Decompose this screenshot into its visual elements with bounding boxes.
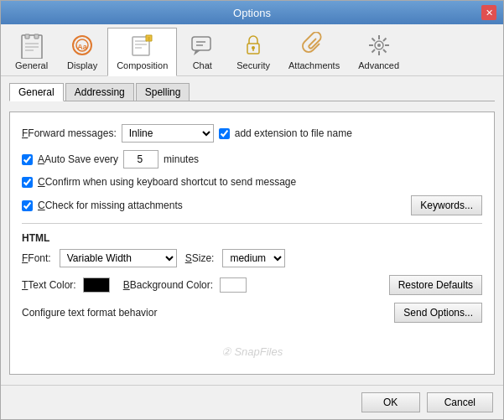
svg-line-30 xyxy=(372,49,375,53)
configure-label: Configure text format behavior xyxy=(22,307,157,319)
main-content: General Addressing Spelling FForward mes… xyxy=(1,76,503,385)
forward-messages-row: FForward messages: Inline As Attachment … xyxy=(22,124,482,143)
toolbar-display-label: Display xyxy=(67,60,97,70)
forward-messages-label: FForward messages: xyxy=(22,127,117,139)
toolbar-item-composition[interactable]: Composition xyxy=(107,28,177,76)
security-icon xyxy=(240,32,267,59)
auto-save-label: AAuto Save every xyxy=(38,153,118,165)
general-icon xyxy=(18,32,45,59)
toolbar-item-display[interactable]: Aa Display xyxy=(57,28,107,75)
ok-button[interactable]: OK xyxy=(361,392,420,412)
size-select[interactable]: small medium large x-large xyxy=(222,249,285,267)
forward-messages-select[interactable]: Inline As Attachment As Quoted xyxy=(122,124,214,143)
watermark: ② SnapFiles xyxy=(22,330,482,362)
footer: OK Cancel xyxy=(1,385,503,419)
close-button[interactable]: ✕ xyxy=(481,5,496,20)
auto-save-unit: minutes xyxy=(164,153,199,165)
toolbar-general-label: General xyxy=(15,60,48,70)
keywords-button[interactable]: Keywords... xyxy=(411,195,482,215)
toolbar-security-label: Security xyxy=(236,60,270,70)
check-attachments-label: CCheck for missing attachments xyxy=(38,200,183,211)
divider xyxy=(22,223,482,224)
tab-addressing[interactable]: Addressing xyxy=(65,83,134,101)
toolbar-item-security[interactable]: Security xyxy=(227,28,279,75)
attachments-icon xyxy=(301,32,328,59)
toolbar: General Aa Display xyxy=(1,24,503,76)
cancel-button[interactable]: Cancel xyxy=(427,392,493,412)
font-select[interactable]: Variable Width Fixed Width Arial xyxy=(60,249,177,267)
toolbar-chat-label: Chat xyxy=(193,60,212,70)
window-title: Options xyxy=(23,7,481,19)
bg-color-swatch[interactable] xyxy=(220,277,247,293)
font-row: FFont: Variable Width Fixed Width Arial … xyxy=(22,249,482,267)
html-section-label: HTML xyxy=(22,232,482,244)
configure-row: Configure text format behavior Send Opti… xyxy=(22,303,482,323)
auto-save-row: AAuto Save every minutes xyxy=(22,150,482,169)
tab-panel-general: FForward messages: Inline As Attachment … xyxy=(9,111,495,375)
svg-rect-2 xyxy=(34,34,39,39)
confirm-row: CConfirm when using keyboard shortcut to… xyxy=(22,176,482,188)
toolbar-item-advanced[interactable]: Advanced xyxy=(349,28,408,75)
svg-line-29 xyxy=(383,39,387,42)
toolbar-advanced-label: Advanced xyxy=(358,60,399,70)
toolbar-item-chat[interactable]: Chat xyxy=(177,28,227,75)
svg-rect-15 xyxy=(192,37,210,50)
auto-save-input[interactable] xyxy=(123,150,158,169)
text-color-swatch[interactable] xyxy=(83,277,110,293)
send-options-button[interactable]: Send Options... xyxy=(394,303,482,323)
bg-color-label: BBackground Color: xyxy=(123,279,213,291)
svg-line-28 xyxy=(383,49,387,53)
display-icon: Aa xyxy=(69,32,96,59)
toolbar-item-attachments[interactable]: Attachments xyxy=(279,28,349,75)
toolbar-attachments-label: Attachments xyxy=(288,60,340,70)
tabs-bar: General Addressing Spelling xyxy=(9,83,495,101)
svg-rect-1 xyxy=(25,34,29,39)
svg-line-27 xyxy=(372,39,375,42)
check-attachments-checkbox[interactable] xyxy=(22,200,33,211)
font-label: FFont: xyxy=(22,252,51,264)
options-window: Options ✕ General xyxy=(0,0,504,420)
confirm-checkbox[interactable] xyxy=(22,177,33,188)
auto-save-checkbox[interactable] xyxy=(22,154,33,165)
colors-row: TText Color: BBackground Color: Restore … xyxy=(22,275,482,295)
title-bar: Options ✕ xyxy=(1,1,503,24)
svg-point-22 xyxy=(377,44,381,47)
composition-icon xyxy=(129,32,156,59)
add-extension-checkbox[interactable] xyxy=(219,128,230,139)
text-color-label: TText Color: xyxy=(22,279,76,291)
add-extension-label: add extension to file name xyxy=(235,127,352,139)
check-attachments-row: CCheck for missing attachments Keywords.… xyxy=(22,195,482,215)
toolbar-item-general[interactable]: General xyxy=(6,28,57,75)
advanced-icon xyxy=(366,32,392,59)
tab-general[interactable]: General xyxy=(9,83,64,101)
confirm-label: CConfirm when using keyboard shortcut to… xyxy=(38,176,296,188)
toolbar-composition-label: Composition xyxy=(117,60,168,70)
svg-text:Aa: Aa xyxy=(77,43,87,51)
chat-icon xyxy=(189,32,216,59)
restore-defaults-button[interactable]: Restore Defaults xyxy=(389,275,482,295)
tab-spelling[interactable]: Spelling xyxy=(136,83,190,101)
size-label: SSize: xyxy=(185,252,215,264)
